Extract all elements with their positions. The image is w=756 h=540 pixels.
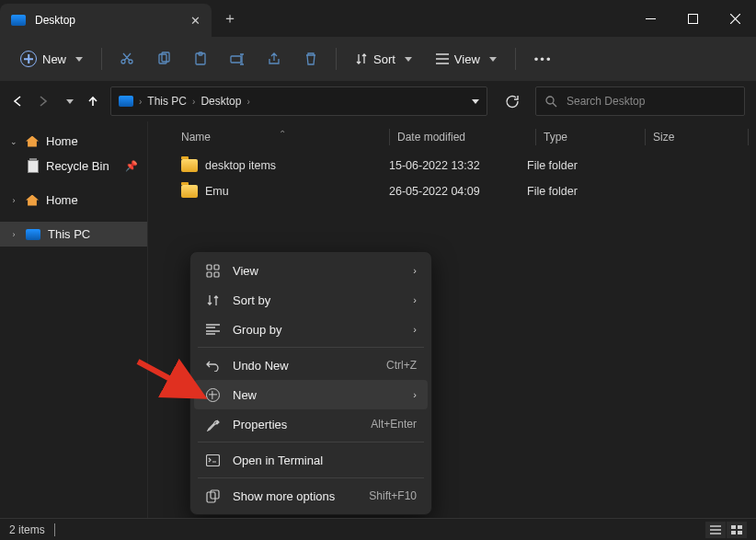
separator <box>336 48 337 70</box>
context-menu: View › Sort by › Group by › Undo New Ctr… <box>189 251 432 515</box>
column-label: Size <box>653 131 674 144</box>
separator <box>198 477 424 478</box>
view-label: View <box>454 52 480 66</box>
view-button[interactable]: View <box>427 47 506 72</box>
back-button[interactable] <box>11 95 24 108</box>
svg-rect-9 <box>214 265 219 270</box>
chevron-down-icon <box>489 57 497 62</box>
forward-button[interactable] <box>37 95 50 108</box>
undo-icon <box>205 358 220 373</box>
sidebar-item-label: Home <box>46 134 78 148</box>
share-button[interactable] <box>258 44 290 74</box>
column-name[interactable]: Name ⌃ <box>159 131 389 144</box>
more-icon: ••• <box>534 52 553 66</box>
ctx-sort[interactable]: Sort by › <box>194 285 428 315</box>
up-button[interactable] <box>86 95 99 108</box>
new-button[interactable]: New <box>11 45 92 73</box>
sort-indicator-icon: ⌃ <box>279 129 286 139</box>
column-divider[interactable] <box>389 129 390 145</box>
search-box[interactable] <box>535 86 745 116</box>
paste-button[interactable] <box>185 44 216 74</box>
breadcrumb-segment[interactable]: This PC <box>147 95 187 108</box>
sidebar-item-home-2[interactable]: › Home <box>0 188 147 213</box>
ctx-label: Undo New <box>233 359 289 373</box>
delete-button[interactable] <box>295 44 326 74</box>
search-icon <box>545 96 557 108</box>
separator <box>101 48 102 70</box>
sort-icon <box>205 293 220 307</box>
navbar: › This PC › Desktop › <box>0 81 756 121</box>
rename-button[interactable] <box>222 44 253 74</box>
svg-rect-0 <box>646 18 656 19</box>
sidebar-item-label: Home <box>46 193 78 207</box>
file-type: File folder <box>527 159 628 172</box>
separator <box>198 442 424 442</box>
sidebar-item-home[interactable]: ⌄ Home <box>0 129 147 154</box>
sidebar-item-this-pc[interactable]: › This PC <box>0 222 147 247</box>
details-view-toggle[interactable] <box>705 522 726 538</box>
breadcrumb-segment[interactable]: Desktop <box>200 95 241 108</box>
statusbar: 2 items <box>0 518 756 540</box>
home-icon <box>26 136 39 147</box>
sidebar-item-label: Recycle Bin <box>46 159 109 173</box>
more-button[interactable]: ••• <box>525 47 562 72</box>
pin-icon: 📌 <box>125 160 138 172</box>
ctx-undo[interactable]: Undo New Ctrl+Z <box>194 350 428 380</box>
maximize-button[interactable] <box>671 0 714 37</box>
minimize-button[interactable] <box>629 0 671 37</box>
sidebar-item-recycle-bin[interactable]: Recycle Bin 📌 <box>0 154 147 178</box>
plus-circle-icon <box>20 51 37 67</box>
file-date: 26-05-2022 04:09 <box>389 185 527 198</box>
close-tab-icon[interactable]: ✕ <box>190 14 200 28</box>
tab-desktop[interactable]: Desktop ✕ <box>0 4 212 37</box>
column-date[interactable]: Date modified <box>397 131 535 144</box>
chevron-right-icon: › <box>9 196 18 205</box>
ctx-properties[interactable]: Properties Alt+Enter <box>194 409 428 439</box>
ctx-shortcut: Shift+F10 <box>369 489 417 502</box>
titlebar: Desktop ✕ ＋ <box>0 0 756 37</box>
breadcrumb[interactable]: › This PC › Desktop › <box>110 86 487 116</box>
column-label: Name <box>181 131 211 144</box>
ctx-label: Open in Terminal <box>233 454 323 467</box>
sidebar-item-label: This PC <box>48 227 90 241</box>
ctx-new[interactable]: New › <box>194 380 428 409</box>
column-divider[interactable] <box>645 129 646 145</box>
ctx-terminal[interactable]: Open in Terminal <box>194 445 428 475</box>
monitor-icon <box>26 229 40 240</box>
svg-rect-12 <box>206 454 219 465</box>
ctx-view[interactable]: View › <box>194 256 428 285</box>
search-input[interactable] <box>567 95 735 108</box>
svg-rect-8 <box>207 265 212 270</box>
chevron-down-icon[interactable] <box>472 99 479 104</box>
new-tab-button[interactable]: ＋ <box>212 0 248 37</box>
chevron-down-icon <box>405 57 412 62</box>
close-window-button[interactable] <box>714 0 756 37</box>
toolbar: New Sort View ••• <box>0 37 756 81</box>
column-divider[interactable] <box>748 129 749 145</box>
chevron-right-icon: › <box>192 97 195 107</box>
sort-icon <box>355 52 368 65</box>
svg-rect-17 <box>731 531 736 534</box>
column-label: Date modified <box>397 131 465 144</box>
ctx-label: Sort by <box>233 293 270 307</box>
svg-rect-15 <box>731 525 736 529</box>
icons-view-toggle[interactable] <box>727 522 747 538</box>
column-size[interactable]: Size <box>653 131 748 144</box>
file-row[interactable]: desktop items 15-06-2022 13:32 File fold… <box>148 153 756 178</box>
history-dropdown[interactable] <box>66 99 74 104</box>
folder-icon <box>181 185 198 198</box>
ctx-more-options[interactable]: Show more options Shift+F10 <box>194 481 428 511</box>
refresh-button[interactable] <box>498 95 524 109</box>
svg-rect-1 <box>688 14 697 23</box>
file-date: 15-06-2022 13:32 <box>389 159 527 172</box>
cut-button[interactable] <box>111 44 143 74</box>
new-label: New <box>42 52 66 66</box>
column-divider[interactable] <box>535 129 536 145</box>
sort-button[interactable]: Sort <box>346 47 421 72</box>
ctx-group[interactable]: Group by › <box>194 315 428 344</box>
file-row[interactable]: Emu 26-05-2022 04:09 File folder <box>148 178 756 204</box>
chevron-down-icon: ⌄ <box>9 137 18 146</box>
column-type[interactable]: Type <box>544 131 645 144</box>
svg-point-7 <box>546 97 554 104</box>
copy-button[interactable] <box>148 44 179 74</box>
